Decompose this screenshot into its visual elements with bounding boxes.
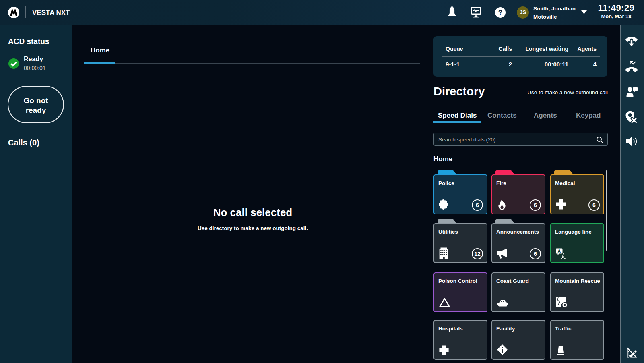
svg-text:A: A (557, 249, 561, 253)
svg-text:?: ? (498, 9, 502, 17)
